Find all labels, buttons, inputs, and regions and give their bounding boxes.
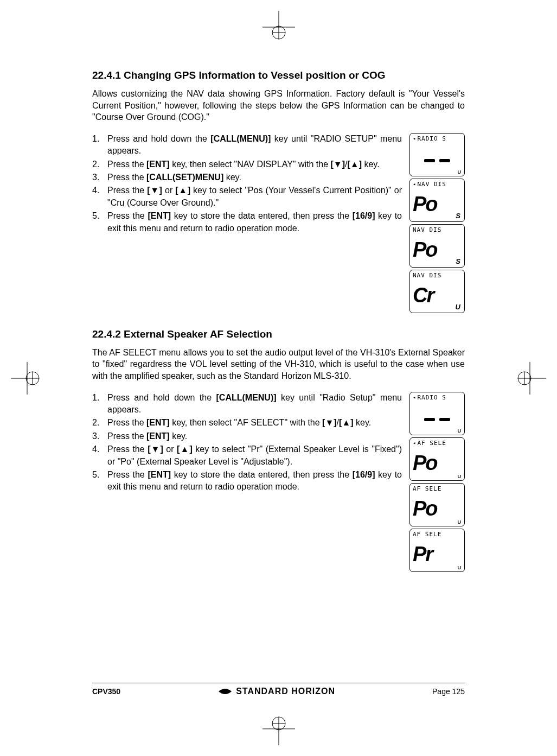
lcd-top: ◂AF SELE <box>413 440 462 447</box>
lcd-display: ◂NAV DIS Po S U <box>409 179 465 222</box>
lcd-main: Cr U <box>413 279 462 311</box>
lcd-value: Pr <box>413 544 432 564</box>
step-text: Press the [ENT] key, then select "AF SEL… <box>107 417 402 429</box>
lcd-arrow-icon: ◂ <box>413 441 416 446</box>
lcd-value: Po <box>413 239 437 260</box>
lcd-top: NAV DIS <box>413 226 462 234</box>
t: [CALL(SET)MENU] <box>146 173 223 182</box>
step: 3. Press the [ENT] key. <box>92 430 402 442</box>
lcd-arrow-icon: ◂ <box>413 182 416 187</box>
lcd-top: AF SELE <box>413 485 462 493</box>
step-num: 5. <box>92 469 107 493</box>
step: 2. Press the [ENT] key, then select "NAV… <box>92 158 402 170</box>
lcd-display: ◂RADIO S U <box>409 133 465 176</box>
step: 1. Press and hold down the [CALL(MENU)] … <box>92 133 402 157</box>
t: Press the <box>107 186 147 195</box>
t: key, then select "NAV DISPLAY" with the <box>170 160 331 169</box>
t: [ENT] <box>148 470 171 479</box>
step: 4. Press the [▼] or [▲] key to select "P… <box>92 443 402 468</box>
section-2-intro: The AF SELECT menu allows you to set the… <box>92 347 465 382</box>
t: [▼] <box>322 418 337 427</box>
lcd-arrow-icon: ◂ <box>413 136 416 141</box>
lcd-main: U <box>413 143 462 174</box>
t: [ENT] <box>146 431 170 441</box>
t: or <box>163 444 177 454</box>
swoosh-icon <box>217 687 233 696</box>
t: key. <box>223 173 241 182</box>
t: key. <box>170 431 188 441</box>
step: 3. Press the [CALL(SET)MENU] key. <box>92 171 402 183</box>
lcd-label: RADIO S <box>417 135 446 142</box>
step-num: 1. <box>92 392 107 416</box>
step-text: Press and hold down the [CALL(MENU)] key… <box>107 133 402 157</box>
lcd-label: NAV DIS <box>413 226 441 233</box>
lcd-main: Po U <box>413 447 462 479</box>
step: 1. Press and hold down the [CALL(MENU)] … <box>92 392 402 416</box>
lcd-display: NAV DIS Po S <box>409 224 465 268</box>
t: [16/9] <box>353 470 375 479</box>
step-num: 4. <box>92 443 107 468</box>
lcd-value: Cr <box>413 285 433 306</box>
lcd-corner: U <box>458 169 462 175</box>
step-text: Press and hold down the [CALL(MENU)] key… <box>107 392 402 416</box>
step: 5. Press the [ENT] key to store the data… <box>92 210 402 234</box>
t: Press and hold down the <box>107 393 216 402</box>
section-2-lcds: ◂RADIO S U ◂AF SELE Po U AF SELE Po U <box>409 392 465 572</box>
step-text: Press the [ENT] key, then select "NAV DI… <box>107 158 402 170</box>
lcd-corner: U <box>458 565 462 570</box>
t: or <box>162 186 175 195</box>
section-1-heading: 22.4.1 Changing GPS Information to Vesse… <box>92 69 465 81</box>
step-text: Press the [ENT] key. <box>107 430 402 442</box>
t: [ENT] <box>146 160 170 169</box>
t: [▲] <box>347 160 362 169</box>
t: [▲] <box>339 418 354 427</box>
t: Press the <box>107 470 148 479</box>
lcd-value: Po <box>413 453 437 473</box>
step-num: 1. <box>92 133 107 157</box>
t: [ENT] <box>148 211 171 220</box>
step-num: 4. <box>92 185 107 209</box>
lcd-top: ◂RADIO S <box>413 394 462 402</box>
t: [CALL(MENU)] <box>216 393 277 402</box>
step-text: Press the [CALL(SET)MENU] key. <box>107 171 402 183</box>
lcd-top: ◂RADIO S <box>413 135 462 143</box>
t: [▲] <box>175 186 190 195</box>
t: Press the <box>107 160 146 169</box>
t: Press the <box>107 418 146 427</box>
lcd-label: AF SELE <box>417 440 446 447</box>
step-num: 3. <box>92 171 107 183</box>
lcd-label: NAV DIS <box>413 272 441 279</box>
lcd-main: U <box>413 402 462 433</box>
lcd-main: Pr U <box>413 538 462 570</box>
t: Press the <box>107 431 146 441</box>
t: [▼] <box>147 186 162 195</box>
t: [▼] <box>331 160 345 169</box>
lcd-display: AF SELE Po U <box>409 483 465 526</box>
lcd-display: ◂AF SELE Po U <box>409 437 465 481</box>
lcd-top: NAV DIS <box>413 272 462 279</box>
lcd-top: ◂NAV DIS <box>413 181 462 188</box>
lcd-label: NAV DIS <box>417 181 446 188</box>
t: Press the <box>107 211 148 220</box>
t: [▼] <box>148 444 163 454</box>
lcd-main: Po U <box>413 493 462 524</box>
lcd-label: AF SELE <box>413 485 441 492</box>
t: key to store the data entered, then pres… <box>171 470 353 479</box>
lcd-main: Po S U <box>413 188 462 220</box>
lcd-main: Po S <box>413 234 462 265</box>
lcd-label: AF SELE <box>413 531 441 538</box>
step: 2. Press the [ENT] key, then select "AF … <box>92 417 402 429</box>
section-2-heading: 22.4.2 External Speaker AF Selection <box>92 328 465 340</box>
lcd-corner: U <box>458 474 462 479</box>
lcd-corner: U <box>458 519 462 525</box>
t: [16/9] <box>353 211 375 220</box>
page-footer: CPV350 STANDARD HORIZON Page 125 <box>92 683 465 696</box>
step-text: Press the [ENT] key to store the data en… <box>107 469 402 493</box>
t: [▲] <box>177 444 193 454</box>
lcd-label: RADIO S <box>417 394 446 401</box>
step: 5. Press the [ENT] key to store the data… <box>92 469 402 493</box>
lcd-sub: S <box>456 212 460 220</box>
t: [CALL(MENU)] <box>210 134 271 143</box>
t: Press and hold down the <box>107 134 210 143</box>
step-num: 2. <box>92 158 107 170</box>
